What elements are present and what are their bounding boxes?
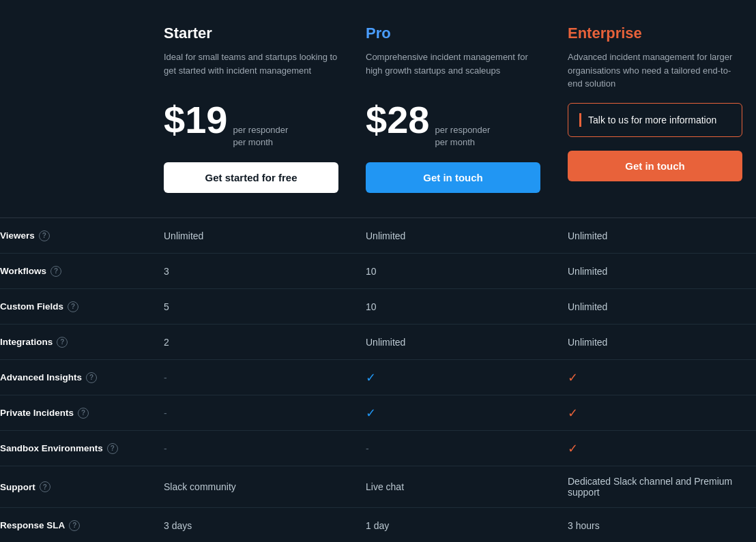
starter-value-1: 3 (150, 256, 352, 286)
dash-icon: - (366, 443, 369, 454)
enterprise-value-1: Unlimited (554, 256, 756, 286)
header-empty-col (0, 14, 150, 204)
pro-value-6: - (352, 434, 554, 464)
question-icon[interactable]: ? (86, 372, 97, 383)
feature-label-6: Sandbox Environments? (0, 434, 150, 464)
feature-label-4: Advanced Insights? (0, 363, 150, 393)
feature-row: Viewers?UnlimitedUnlimitedUnlimited (0, 218, 756, 254)
feature-label-2: Custom Fields? (0, 292, 150, 322)
feature-row: Sandbox Environments?--✓ (0, 431, 756, 466)
enterprise-value-2: Unlimited (554, 292, 756, 322)
feature-label-1: Workflows? (0, 256, 150, 286)
question-icon[interactable]: ? (39, 230, 50, 241)
starter-price-period: per responderper month (233, 124, 288, 149)
starter-value-4: - (150, 363, 352, 393)
feature-table: Viewers?UnlimitedUnlimitedUnlimitedWorkf… (0, 218, 756, 542)
enterprise-value-7: Dedicated Slack channel and Premium supp… (554, 466, 756, 507)
pro-plan-header: Pro Comprehensive incident management fo… (352, 14, 554, 204)
enterprise-bar-icon (579, 113, 581, 127)
starter-value-7: Slack community (150, 472, 352, 502)
feature-label-3: Integrations? (0, 327, 150, 357)
check-blue-icon: ✓ (366, 371, 376, 385)
feature-row: Advanced Insights?-✓✓ (0, 360, 756, 395)
check-orange-icon: ✓ (568, 406, 578, 420)
dash-icon: - (164, 408, 167, 419)
question-icon[interactable]: ? (69, 520, 80, 531)
enterprise-value-6: ✓ (554, 432, 756, 466)
enterprise-value-0: Unlimited (554, 221, 756, 251)
starter-value-6: - (150, 434, 352, 464)
enterprise-contact-label: Talk to us for more information (588, 115, 716, 125)
starter-price-row: $19 per responderper month (164, 101, 338, 149)
feature-row: Support?Slack communityLive chatDedicate… (0, 466, 756, 508)
pro-value-7: Live chat (352, 472, 554, 502)
enterprise-plan-desc: Advanced incident management for larger … (568, 50, 742, 91)
starter-plan-desc: Ideal for small teams and startups looki… (164, 50, 338, 89)
starter-value-2: 5 (150, 292, 352, 322)
pricing-header: Starter Ideal for small teams and startu… (0, 14, 756, 218)
enterprise-plan-header: Enterprise Advanced incident management … (554, 14, 756, 204)
starter-value-5: - (150, 398, 352, 428)
question-icon[interactable]: ? (57, 337, 68, 348)
pro-value-4: ✓ (352, 361, 554, 395)
feature-row: Custom Fields?510Unlimited (0, 289, 756, 325)
feature-label-text: Viewers (0, 230, 35, 241)
feature-label-text: Workflows (0, 266, 46, 276)
starter-value-0: Unlimited (150, 221, 352, 251)
starter-value-8: 3 days (150, 511, 352, 541)
pro-value-0: Unlimited (352, 221, 554, 251)
feature-row: Integrations?2UnlimitedUnlimited (0, 325, 756, 360)
enterprise-plan-name: Enterprise (568, 25, 742, 42)
question-icon[interactable]: ? (50, 266, 61, 277)
feature-label-text: Private Incidents (0, 408, 74, 418)
pro-value-5: ✓ (352, 396, 554, 430)
feature-label-8: Response SLA? (0, 511, 150, 541)
pro-value-1: 10 (352, 256, 554, 286)
enterprise-value-8: 3 hours (554, 511, 756, 541)
question-icon[interactable]: ? (107, 443, 118, 454)
check-blue-icon: ✓ (366, 406, 376, 420)
feature-row: Private Incidents?-✓✓ (0, 395, 756, 431)
pro-value-3: Unlimited (352, 327, 554, 357)
starter-cta-button[interactable]: Get started for free (164, 162, 338, 193)
feature-label-7: Support? (0, 472, 150, 502)
feature-label-text: Advanced Insights (0, 372, 82, 382)
feature-label-text: Sandbox Environments (0, 443, 103, 453)
enterprise-contact-box: Talk to us for more information (568, 103, 742, 137)
pro-price-period: per responderper month (435, 124, 490, 149)
feature-label-text: Support (0, 482, 35, 492)
starter-plan-header: Starter Ideal for small teams and startu… (150, 14, 352, 204)
pro-value-2: 10 (352, 292, 554, 322)
dash-icon: - (164, 372, 167, 383)
starter-price-amount: $19 (164, 101, 227, 139)
check-orange-icon: ✓ (568, 442, 578, 455)
feature-row: Response SLA?3 days1 day3 hours (0, 508, 756, 542)
enterprise-cta-button[interactable]: Get in touch (568, 151, 742, 181)
pro-price-amount: $28 (366, 101, 429, 139)
enterprise-value-3: Unlimited (554, 327, 756, 357)
pro-value-8: 1 day (352, 511, 554, 541)
pro-plan-desc: Comprehensive incident management for hi… (366, 50, 540, 89)
enterprise-value-5: ✓ (554, 396, 756, 430)
enterprise-value-4: ✓ (554, 361, 756, 395)
feature-label-5: Private Incidents? (0, 398, 150, 428)
question-icon[interactable]: ? (40, 481, 50, 492)
dash-icon: - (164, 443, 167, 454)
feature-label-text: Integrations (0, 337, 53, 347)
check-orange-icon: ✓ (568, 371, 578, 385)
feature-row: Workflows?310Unlimited (0, 254, 756, 289)
feature-label-text: Response SLA (0, 520, 65, 530)
question-icon[interactable]: ? (78, 408, 89, 419)
starter-value-3: 2 (150, 327, 352, 357)
starter-plan-name: Starter (164, 25, 338, 42)
feature-label-0: Viewers? (0, 221, 150, 251)
pro-price-row: $28 per responderper month (366, 101, 540, 149)
question-icon[interactable]: ? (68, 301, 78, 312)
pricing-container: Starter Ideal for small teams and startu… (0, 0, 756, 542)
pro-plan-name: Pro (366, 25, 540, 42)
pro-cta-button[interactable]: Get in touch (366, 162, 540, 193)
feature-label-text: Custom Fields (0, 301, 63, 312)
